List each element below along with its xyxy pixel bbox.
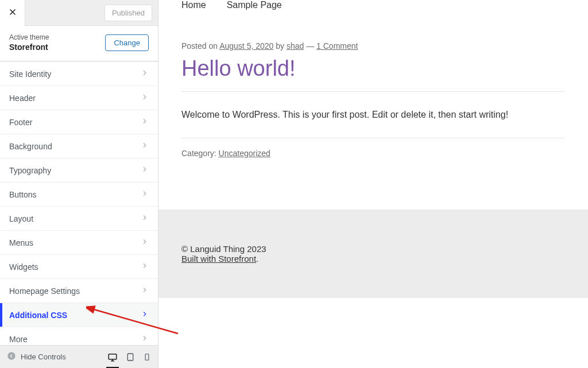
footer-built-with-row: Built with Storefront. <box>181 254 565 264</box>
divider <box>181 91 565 92</box>
section-item-typography[interactable]: Typography <box>0 158 158 183</box>
active-theme-name: Storefront <box>9 42 49 53</box>
svg-point-5 <box>147 359 148 359</box>
chevron-right-icon <box>141 334 149 344</box>
post-meta: Posted on August 5, 2020 by shad — 1 Com… <box>181 41 565 51</box>
active-theme-label: Active theme <box>9 33 49 42</box>
post: Posted on August 5, 2020 by shad — 1 Com… <box>158 21 588 158</box>
section-label: Menus <box>9 238 33 247</box>
divider <box>181 138 565 138</box>
section-label: More <box>9 335 28 344</box>
close-icon <box>7 7 18 19</box>
close-button[interactable] <box>0 0 25 26</box>
section-label: Site Identity <box>9 69 51 79</box>
chevron-right-icon <box>141 69 149 79</box>
post-date-link[interactable]: August 5, 2020 <box>219 41 273 51</box>
section-item-menus[interactable]: Menus <box>0 231 158 255</box>
chevron-right-icon <box>141 238 149 247</box>
category-link[interactable]: Uncategorized <box>219 149 270 158</box>
section-item-background[interactable]: Background <box>0 134 158 158</box>
posted-on-label: Posted on <box>181 41 219 51</box>
device-tablet-icon[interactable] <box>126 352 135 362</box>
section-label: Homepage Settings <box>9 286 80 296</box>
section-label: Buttons <box>9 190 36 199</box>
site-preview: Home Sample Page Posted on August 5, 202… <box>158 0 588 368</box>
device-desktop-icon[interactable] <box>107 352 118 362</box>
collapse-icon <box>7 351 16 362</box>
post-comments-link[interactable]: 1 Comment <box>316 41 358 51</box>
section-item-footer[interactable]: Footer <box>0 110 158 134</box>
device-preview-switcher <box>107 352 151 362</box>
chevron-right-icon <box>141 286 149 296</box>
theme-meta: Active theme Storefront <box>9 33 49 53</box>
svg-point-0 <box>7 352 15 359</box>
chevron-right-icon <box>141 165 149 175</box>
nav-item-home[interactable]: Home <box>181 0 206 10</box>
section-label: Footer <box>9 118 32 127</box>
chevron-right-icon <box>141 310 149 320</box>
section-label: Additional CSS <box>9 311 67 320</box>
chevron-right-icon <box>141 117 149 127</box>
post-title[interactable]: Hello world! <box>181 56 565 81</box>
chevron-right-icon <box>141 141 149 151</box>
chevron-right-icon <box>141 214 149 223</box>
post-category: Category: Uncategorized <box>181 149 565 158</box>
section-item-widgets[interactable]: Widgets <box>0 255 158 279</box>
by-label: by <box>273 41 287 51</box>
section-label: Widgets <box>9 262 38 272</box>
section-label: Background <box>9 142 52 151</box>
active-theme-bar: Active theme Storefront Change <box>0 26 158 61</box>
section-item-more[interactable]: More <box>0 327 158 345</box>
meta-sep: — <box>304 41 316 51</box>
chevron-right-icon <box>141 93 149 103</box>
svg-rect-1 <box>109 354 117 359</box>
device-mobile-icon[interactable] <box>143 352 151 362</box>
footer-copyright: © Languid Thing 2023 <box>181 244 565 254</box>
category-label: Category: <box>181 149 219 158</box>
section-item-additional-css[interactable]: Additional CSS <box>0 303 158 327</box>
section-label: Layout <box>9 214 33 223</box>
section-item-homepage-settings[interactable]: Homepage Settings <box>0 279 158 303</box>
bottom-bar: Hide Controls <box>0 345 158 368</box>
publish-status[interactable]: Published <box>105 5 152 21</box>
section-label: Typography <box>9 166 51 175</box>
svg-point-3 <box>130 359 130 359</box>
customizer-sidebar: Published Active theme Storefront Change… <box>0 0 158 368</box>
sections-list: Site IdentityHeaderFooterBackgroundTypog… <box>0 61 158 345</box>
site-nav: Home Sample Page <box>158 0 588 21</box>
section-item-site-identity[interactable]: Site Identity <box>0 62 158 86</box>
topbar: Published <box>0 0 158 26</box>
chevron-right-icon <box>141 262 149 272</box>
hide-controls-button[interactable]: Hide Controls <box>7 351 66 362</box>
footer-built-with-link[interactable]: Built with Storefront <box>181 254 256 264</box>
section-item-buttons[interactable]: Buttons <box>0 183 158 207</box>
section-item-layout[interactable]: Layout <box>0 207 158 231</box>
section-label: Header <box>9 94 36 103</box>
post-body: Welcome to WordPress. This is your first… <box>181 108 565 122</box>
change-theme-button[interactable]: Change <box>105 34 149 51</box>
nav-item-sample-page[interactable]: Sample Page <box>227 0 282 10</box>
hide-controls-label: Hide Controls <box>21 352 66 361</box>
chevron-right-icon <box>141 189 149 199</box>
site-footer: © Languid Thing 2023 Built with Storefro… <box>158 210 588 298</box>
post-author-link[interactable]: shad <box>287 41 304 51</box>
section-item-header[interactable]: Header <box>0 86 158 110</box>
footer-period: . <box>256 254 258 264</box>
